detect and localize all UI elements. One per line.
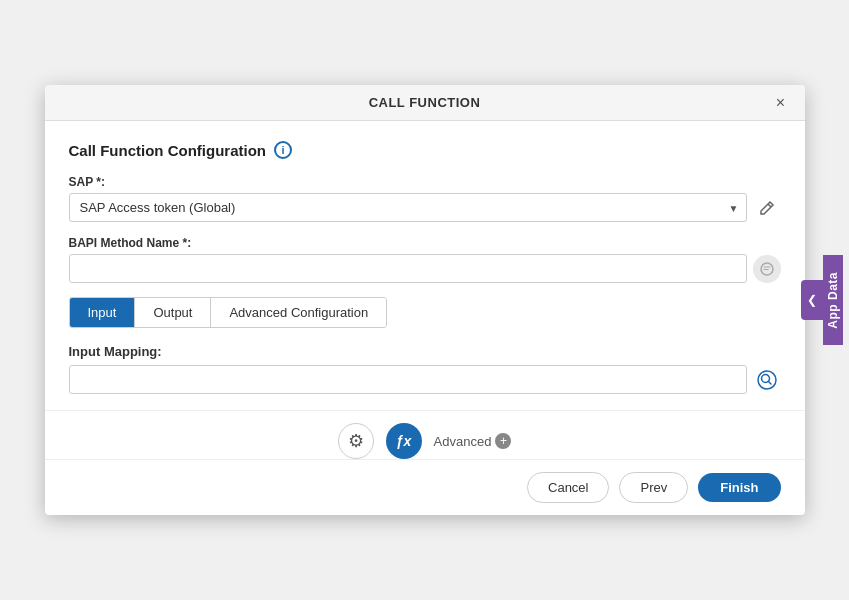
app-data-label: App Data bbox=[826, 272, 840, 329]
sap-select[interactable]: SAP Access token (Global) bbox=[69, 193, 747, 222]
gear-icon: ⚙ bbox=[348, 430, 364, 452]
section-title-text: Call Function Configuration bbox=[69, 142, 266, 159]
fx-icon: ƒx bbox=[396, 433, 412, 449]
svg-point-1 bbox=[758, 371, 776, 389]
info-icon[interactable]: i bbox=[274, 141, 292, 159]
tab-output[interactable]: Output bbox=[135, 298, 211, 327]
app-data-toggle[interactable]: ❮ App Data bbox=[801, 255, 843, 345]
app-data-chevron[interactable]: ❮ bbox=[801, 280, 823, 320]
sap-row: SAP Access token (Global) ▼ bbox=[69, 193, 781, 222]
modal-title: CALL FUNCTION bbox=[369, 95, 481, 110]
bapi-chat-button[interactable] bbox=[753, 255, 781, 283]
modal-actions: Cancel Prev Finish bbox=[45, 459, 805, 515]
sap-select-wrapper: SAP Access token (Global) ▼ bbox=[69, 193, 747, 222]
app-data-panel: ❮ App Data bbox=[801, 255, 843, 345]
bapi-input[interactable] bbox=[69, 254, 747, 283]
bapi-row bbox=[69, 254, 781, 283]
search-circle-icon bbox=[757, 370, 777, 390]
app-data-label-box[interactable]: App Data bbox=[823, 255, 843, 345]
input-mapping-label: Input Mapping: bbox=[69, 344, 781, 359]
mapping-search-button[interactable] bbox=[753, 366, 781, 394]
advanced-button[interactable]: Advanced + bbox=[434, 433, 512, 449]
bapi-label: BAPI Method Name *: bbox=[69, 236, 781, 250]
sap-label: SAP *: bbox=[69, 175, 781, 189]
sap-edit-button[interactable] bbox=[753, 194, 781, 222]
advanced-label: Advanced bbox=[434, 434, 492, 449]
mapping-input[interactable] bbox=[69, 365, 747, 394]
add-icon: + bbox=[495, 433, 511, 449]
chat-icon bbox=[760, 262, 774, 276]
footer-toolbar: ⚙ ƒx Advanced + bbox=[45, 410, 805, 459]
bapi-field-group: BAPI Method Name *: bbox=[69, 236, 781, 283]
prev-button[interactable]: Prev bbox=[619, 472, 688, 503]
chevron-left-icon: ❮ bbox=[807, 293, 817, 307]
section-title-row: Call Function Configuration i bbox=[69, 141, 781, 159]
gear-button[interactable]: ⚙ bbox=[338, 423, 374, 459]
modal-body: Call Function Configuration i SAP *: SAP… bbox=[45, 121, 805, 410]
pencil-icon bbox=[759, 200, 775, 216]
finish-button[interactable]: Finish bbox=[698, 473, 780, 502]
fx-button[interactable]: ƒx bbox=[386, 423, 422, 459]
modal-header: CALL FUNCTION × bbox=[45, 85, 805, 121]
mapping-row bbox=[69, 365, 781, 394]
close-button[interactable]: × bbox=[769, 91, 793, 115]
input-mapping-section: Input Mapping: bbox=[69, 344, 781, 394]
tab-input[interactable]: Input bbox=[70, 298, 136, 327]
cancel-button[interactable]: Cancel bbox=[527, 472, 609, 503]
sap-field-group: SAP *: SAP Access token (Global) ▼ bbox=[69, 175, 781, 222]
call-function-modal: CALL FUNCTION × Call Function Configurat… bbox=[45, 85, 805, 515]
tabs-container: Input Output Advanced Configuration bbox=[69, 297, 388, 328]
tab-advanced-configuration[interactable]: Advanced Configuration bbox=[211, 298, 386, 327]
